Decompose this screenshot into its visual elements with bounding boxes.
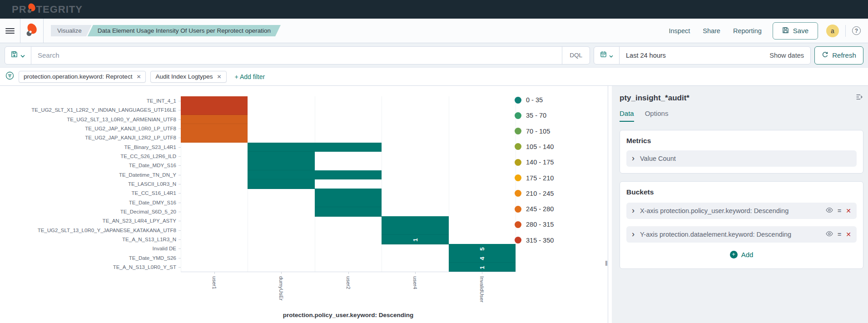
share-button[interactable]: Share [703, 27, 720, 35]
y-axis-label: TE_Date_MDY_S16 [0, 162, 176, 169]
chevron-right-icon[interactable]: › [632, 230, 635, 238]
time-range-label[interactable]: Last 24 hours [620, 52, 666, 59]
legend-item[interactable]: 315 - 350 [515, 237, 554, 244]
heatmap-cell-label: 5 [479, 246, 486, 251]
legend-item[interactable]: 105 - 140 [515, 143, 554, 150]
menu-icon[interactable] [5, 28, 15, 34]
y-axis-tick [179, 267, 181, 268]
help-icon[interactable]: ? [852, 26, 861, 35]
add-bucket-button[interactable]: + Add [730, 251, 754, 258]
resizer-handle-icon[interactable]: ‖ [605, 259, 608, 268]
heatmap-cell[interactable] [181, 105, 248, 115]
y-axis-label: TE_Date_YMD_S26 [0, 255, 176, 261]
close-icon[interactable]: ✕ [136, 74, 141, 80]
add-filter-button[interactable]: + Add filter [235, 73, 265, 80]
bucket-row-x-axis[interactable]: › X-axis protection.policy_user.keyword:… [626, 203, 857, 219]
legend-item[interactable]: 245 - 280 [515, 205, 554, 213]
legend-range-label: 35 - 70 [526, 112, 546, 119]
heatmap-cell[interactable] [181, 115, 248, 124]
eye-icon[interactable] [826, 230, 833, 239]
avatar[interactable]: a [826, 25, 839, 37]
equals-icon[interactable]: = [838, 207, 841, 214]
heatmap-cell[interactable] [181, 133, 248, 143]
inspect-button[interactable]: Inspect [669, 27, 690, 35]
metrics-card: Metrics › Value Count [620, 130, 863, 174]
filter-icon[interactable] [5, 71, 14, 82]
heatmap-cell[interactable] [181, 124, 248, 134]
legend-item[interactable]: 280 - 315 [515, 221, 554, 228]
heatmap-cell[interactable] [248, 161, 314, 170]
collapse-panel-icon[interactable] [856, 93, 863, 103]
y-axis-tick [179, 156, 181, 157]
heatmap-cell[interactable] [315, 207, 382, 217]
heatmap-cell[interactable] [248, 179, 314, 189]
dql-button[interactable]: DQL [562, 47, 590, 64]
toolbar: Visualize Data Element Usage Intensity O… [0, 19, 868, 43]
panel-resizer[interactable]: ‖ [604, 86, 612, 323]
filter-pill[interactable]: Audit Index Logtypes ✕ [150, 71, 226, 83]
legend-item[interactable]: 70 - 105 [515, 128, 550, 135]
divider [43, 19, 44, 43]
calendar-button[interactable] [594, 47, 620, 64]
chevron-right-icon[interactable]: › [632, 206, 635, 214]
y-axis-tick [179, 193, 181, 194]
refresh-button[interactable]: Refresh [814, 46, 863, 65]
legend-color-dot [515, 190, 521, 197]
search-row: DQL Last 24 hours Show dates Refresh [0, 43, 868, 68]
legend-item[interactable]: 140 - 175 [515, 159, 554, 166]
heatmap-cell[interactable] [382, 216, 448, 226]
heatmap-cell-label: 1 [412, 237, 418, 242]
y-axis-label: TE_A_N_S13_L1R3_N [0, 236, 176, 243]
y-axis-label: TE_UG2_SLT_X1_L2R2_Y_INDIAN_LANGUAGES_UT… [0, 107, 176, 113]
app-logo-icon[interactable] [26, 23, 38, 39]
heatmap-cell[interactable] [181, 96, 248, 106]
legend-item[interactable]: 35 - 70 [515, 112, 546, 119]
legend-item[interactable]: 0 - 35 [515, 96, 543, 104]
legend-item[interactable]: 210 - 245 [515, 190, 554, 197]
metric-row-value-count[interactable]: › Value Count [626, 150, 857, 167]
saved-query-button[interactable] [5, 47, 31, 64]
buckets-heading: Buckets [626, 188, 857, 196]
heatmap-cell[interactable] [315, 198, 382, 207]
search-input[interactable] [31, 47, 562, 64]
heatmap-cell-label: 1 [479, 265, 486, 269]
tab-options[interactable]: Options [645, 109, 669, 122]
heatmap-cell[interactable] [248, 152, 314, 161]
bucket-label: X-axis protection.policy_user.keyword: D… [640, 207, 820, 214]
remove-bucket-icon[interactable]: ✕ [846, 231, 851, 238]
equals-icon[interactable]: = [838, 231, 841, 238]
heatmap-cell[interactable] [315, 143, 382, 152]
y-axis-tick [179, 258, 181, 258]
close-icon[interactable]: ✕ [217, 74, 222, 80]
heatmap-cell[interactable] [315, 170, 382, 180]
legend-range-label: 105 - 140 [526, 143, 554, 150]
chevron-right-icon[interactable]: › [632, 154, 635, 162]
chevron-down-icon [20, 51, 25, 60]
heatmap-cell[interactable] [315, 189, 382, 198]
breadcrumb-visualize[interactable]: Visualize [51, 25, 92, 36]
y-axis-label: TE_CC_S16_L4R1 [0, 190, 176, 196]
bucket-row-y-axis[interactable]: › Y-axis protection.dataelement.keyword:… [626, 226, 857, 243]
remove-bucket-icon[interactable]: ✕ [846, 207, 851, 214]
x-axis-tick [482, 272, 482, 274]
save-button[interactable]: Save [773, 22, 818, 40]
eye-icon[interactable] [826, 207, 833, 215]
heatmap-cell[interactable] [248, 170, 314, 180]
show-dates-button[interactable]: Show dates [769, 52, 810, 59]
grid-line [516, 96, 516, 272]
tab-data[interactable]: Data [620, 109, 634, 122]
y-axis-label: TE_INT_4_1 [0, 98, 176, 104]
heatmap-cell[interactable] [248, 143, 314, 152]
y-axis-tick [179, 221, 181, 221]
save-icon [782, 27, 789, 35]
y-axis-tick [179, 203, 181, 203]
legend-color-dot [515, 221, 521, 228]
legend-item[interactable]: 175 - 210 [515, 174, 554, 182]
legend-color-dot [515, 237, 521, 243]
legend-range-label: 140 - 175 [526, 159, 554, 166]
filter-pill[interactable]: protection.operation.keyword: Reprotect … [19, 71, 146, 83]
heatmap-cell[interactable] [382, 225, 448, 235]
divider [20, 19, 20, 43]
brand-text-left: PR [12, 4, 27, 15]
reporting-button[interactable]: Reporting [733, 27, 762, 35]
